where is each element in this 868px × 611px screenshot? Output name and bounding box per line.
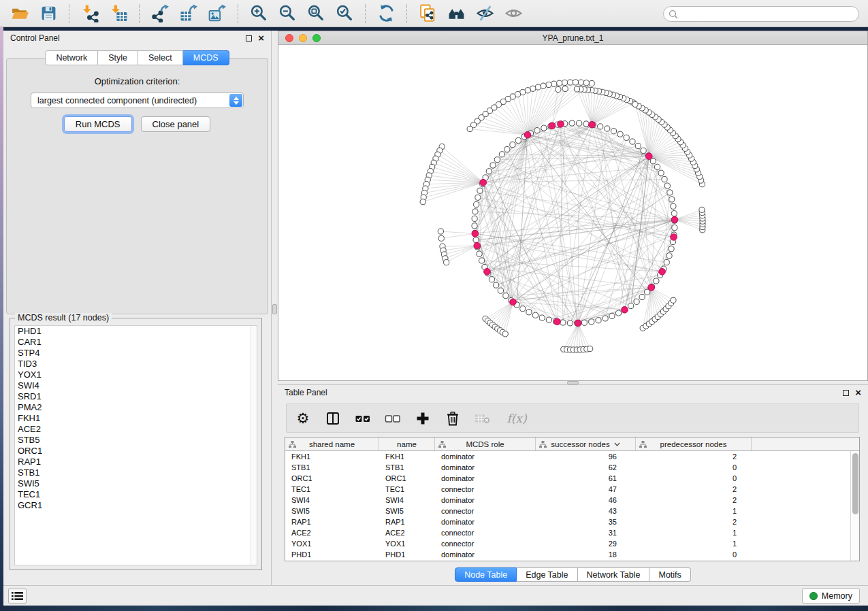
ring-node[interactable] — [472, 209, 478, 214]
ring-node[interactable] — [583, 121, 589, 127]
ring-node[interactable] — [650, 159, 656, 164]
table-row[interactable]: ACE2ACE2connector311 — [285, 527, 859, 538]
ring-node[interactable] — [605, 126, 610, 131]
ring-node[interactable] — [630, 139, 635, 144]
ring-node[interactable] — [515, 137, 521, 143]
ring-node[interactable] — [658, 170, 664, 176]
tab-node-table[interactable]: Node Table — [455, 567, 517, 582]
ring-node[interactable] — [472, 216, 477, 221]
satellite-node[interactable] — [567, 80, 573, 85]
ring-node[interactable] — [479, 258, 485, 263]
ring-node[interactable] — [617, 131, 623, 137]
satellite-node[interactable] — [420, 199, 425, 205]
tab-style[interactable]: Style — [98, 50, 138, 65]
ring-node[interactable] — [473, 237, 479, 243]
result-node-item[interactable]: ACE2 — [15, 424, 257, 435]
satellite-node[interactable] — [502, 331, 508, 337]
mcds-hub-node[interactable] — [645, 153, 652, 160]
table-row[interactable]: RAP1RAP1dominator352 — [285, 516, 859, 527]
mcds-hub-node[interactable] — [480, 179, 487, 186]
window-close-icon[interactable] — [285, 34, 293, 42]
ring-node[interactable] — [498, 288, 503, 293]
mcds-hub-node[interactable] — [648, 284, 655, 291]
ring-node[interactable] — [669, 197, 675, 202]
column-header-successor-nodes[interactable]: successor nodes — [536, 437, 636, 450]
ring-node[interactable] — [477, 251, 482, 257]
satellite-node[interactable] — [578, 80, 583, 85]
result-node-item[interactable]: TID3 — [15, 359, 257, 369]
ring-node[interactable] — [560, 320, 566, 325]
deselect-all-button[interactable] — [385, 410, 401, 427]
close-panel-button[interactable]: Close panel — [141, 116, 211, 132]
mcds-hub-node[interactable] — [484, 268, 491, 275]
result-node-item[interactable]: CAR1 — [15, 337, 257, 348]
table-row[interactable]: TEC1TEC1connector472 — [285, 484, 859, 495]
delete-table-button[interactable] — [475, 410, 491, 427]
ring-node[interactable] — [672, 225, 677, 231]
ring-node[interactable] — [639, 294, 645, 299]
result-node-item[interactable]: PHD1 — [15, 326, 257, 337]
mcds-hub-node[interactable] — [510, 299, 517, 306]
ring-node[interactable] — [624, 135, 629, 140]
ring-node[interactable] — [569, 120, 575, 126]
float-panel-icon[interactable] — [843, 390, 849, 396]
mcds-hub-node[interactable] — [472, 231, 479, 237]
result-node-item[interactable]: STP4 — [15, 348, 257, 359]
result-node-item[interactable]: STB1 — [15, 467, 257, 478]
close-panel-icon[interactable]: × — [855, 389, 861, 396]
column-settings-button[interactable]: ⚙ — [295, 410, 311, 427]
ring-node[interactable] — [671, 203, 676, 209]
ring-node[interactable] — [577, 120, 582, 126]
ring-node[interactable] — [666, 253, 672, 259]
mcds-hub-node[interactable] — [671, 216, 678, 223]
tab-edge-table[interactable]: Edge Table — [517, 567, 577, 582]
ring-node[interactable] — [589, 319, 594, 325]
mcds-result-list[interactable]: PHD1CAR1STP4TID3YOX1SWI4SRD1PMA2FKH1ACE2… — [14, 325, 257, 565]
ring-node[interactable] — [486, 169, 492, 174]
window-minimize-icon[interactable] — [299, 34, 307, 42]
table-row[interactable]: STB1STB1dominator620 — [285, 462, 859, 473]
memory-button[interactable]: Memory — [802, 588, 860, 604]
window-zoom-icon[interactable] — [312, 34, 321, 42]
search-input[interactable] — [681, 7, 858, 20]
result-node-item[interactable]: YOX1 — [15, 369, 257, 380]
satellite-node[interactable] — [632, 101, 638, 107]
ring-node[interactable] — [534, 128, 540, 133]
optimization-criterion-select[interactable]: largest connected component (undirected) — [31, 93, 244, 108]
column-header-predecessor-nodes[interactable]: predecessor nodes — [636, 437, 752, 450]
export-network-button[interactable] — [150, 3, 170, 24]
ring-node[interactable] — [503, 293, 509, 299]
export-image-button[interactable] — [207, 3, 227, 24]
mcds-hub-node[interactable] — [524, 131, 531, 138]
import-table-button[interactable] — [108, 3, 129, 24]
ring-node[interactable] — [602, 316, 608, 321]
satellite-node[interactable] — [562, 80, 567, 85]
network-canvas[interactable] — [278, 45, 867, 380]
ring-node[interactable] — [671, 211, 677, 216]
table-scrollbar-thumb[interactable] — [852, 453, 858, 514]
satellite-node[interactable] — [541, 83, 546, 88]
satellite-node[interactable] — [467, 126, 472, 131]
zoom-out-button[interactable] — [277, 3, 298, 24]
ring-node[interactable] — [641, 148, 646, 153]
ring-node[interactable] — [499, 152, 504, 157]
open-session-button[interactable] — [10, 3, 30, 24]
table-row[interactable]: ORC1ORC1dominator610 — [285, 473, 859, 484]
result-node-item[interactable]: FKH1 — [15, 413, 257, 424]
ring-node[interactable] — [667, 190, 673, 195]
add-column-button[interactable] — [415, 410, 431, 427]
satellite-node[interactable] — [444, 259, 449, 265]
ring-node[interactable] — [654, 164, 660, 169]
mcds-hub-node[interactable] — [474, 242, 481, 249]
ring-node[interactable] — [475, 195, 481, 200]
first-neighbors-button[interactable] — [446, 3, 466, 24]
result-list-scrollbar[interactable] — [251, 326, 257, 565]
table-row[interactable]: SWI5SWI5connector431 — [285, 506, 859, 516]
table-scrollbar[interactable] — [850, 451, 859, 561]
result-node-item[interactable]: SWI5 — [15, 478, 257, 489]
ring-node[interactable] — [567, 320, 573, 326]
zoom-fit-button[interactable] — [306, 3, 326, 24]
mcds-hub-node[interactable] — [575, 320, 581, 327]
ring-node[interactable] — [526, 310, 532, 315]
ring-node[interactable] — [494, 282, 499, 288]
